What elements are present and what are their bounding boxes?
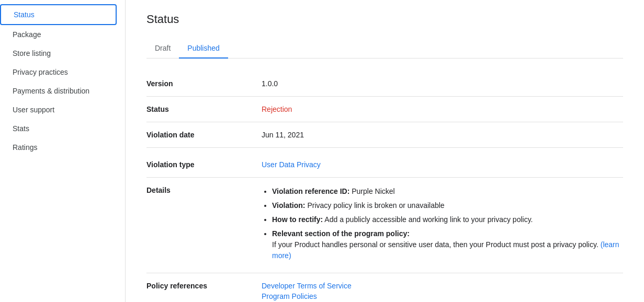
detail-item3-bold: How to rectify:	[272, 215, 323, 224]
status-value: Rejection	[262, 105, 623, 113]
version-row: Version 1.0.0	[146, 71, 623, 97]
sidebar-item-stats[interactable]: Stats	[0, 119, 117, 138]
details-label: Details	[146, 186, 262, 194]
sidebar: Status Package Store listing Privacy pra…	[0, 0, 126, 302]
detail-item1-bold: Violation reference ID:	[272, 187, 349, 195]
status-row: Status Rejection	[146, 97, 623, 122]
list-item: Violation: Privacy policy link is broken…	[272, 200, 623, 211]
violation-date-row: Violation date Jun 11, 2021	[146, 122, 623, 148]
detail-item2-bold: Violation:	[272, 201, 306, 210]
detail-item3-normal: Add a publicly accessible and working li…	[323, 215, 533, 224]
violation-type-label: Violation type	[146, 160, 262, 169]
violation-type-row: Violation type User Data Privacy	[146, 152, 623, 178]
detail-item4-normal: If your Product handles personal or sens…	[272, 240, 598, 249]
page-title: Status	[146, 13, 623, 26]
detail-item4-bold: Relevant section of the program policy:	[272, 229, 410, 238]
version-label: Version	[146, 79, 262, 88]
list-item: Relevant section of the program policy: …	[272, 228, 623, 261]
version-value: 1.0.0	[262, 79, 623, 88]
violation-date-label: Violation date	[146, 131, 262, 139]
status-label: Status	[146, 105, 262, 113]
policy-link-dev-terms[interactable]: Developer Terms of Service	[262, 282, 623, 290]
list-item: How to rectify: Add a publicly accessibl…	[272, 214, 623, 225]
sidebar-item-status[interactable]: Status	[0, 4, 117, 25]
detail-item2-normal: Privacy policy link is broken or unavail…	[306, 201, 445, 210]
policy-references-row: Policy references Developer Terms of Ser…	[146, 273, 623, 302]
sidebar-item-privacy-practices[interactable]: Privacy practices	[0, 63, 117, 82]
main-content: Status Draft Published Version 1.0.0 Sta…	[126, 0, 644, 302]
details-row: Details Violation reference ID: Purple N…	[146, 178, 623, 273]
policy-link-program-policies[interactable]: Program Policies	[262, 292, 623, 300]
tab-draft[interactable]: Draft	[146, 39, 179, 59]
sidebar-item-package[interactable]: Package	[0, 25, 117, 44]
violation-date-value: Jun 11, 2021	[262, 131, 623, 139]
sidebar-item-store-listing[interactable]: Store listing	[0, 44, 117, 63]
details-list: Violation reference ID: Purple Nickel Vi…	[262, 186, 623, 261]
info-table: Version 1.0.0 Status Rejection Violation…	[146, 71, 623, 302]
list-item: Violation reference ID: Purple Nickel	[272, 186, 623, 197]
details-value: Violation reference ID: Purple Nickel Vi…	[262, 186, 623, 264]
policy-links-container: Developer Terms of Service Program Polic…	[262, 282, 623, 302]
sidebar-item-ratings[interactable]: Ratings	[0, 138, 117, 157]
policy-references-value: Developer Terms of Service Program Polic…	[262, 282, 623, 302]
tabs-bar: Draft Published	[146, 39, 623, 59]
sidebar-item-user-support[interactable]: User support	[0, 100, 117, 119]
detail-item1-normal: Purple Nickel	[349, 187, 394, 195]
tab-published[interactable]: Published	[179, 39, 228, 59]
violation-type-value[interactable]: User Data Privacy	[262, 160, 623, 169]
policy-references-label: Policy references	[146, 282, 262, 290]
sidebar-item-payments-distribution[interactable]: Payments & distribution	[0, 82, 117, 100]
